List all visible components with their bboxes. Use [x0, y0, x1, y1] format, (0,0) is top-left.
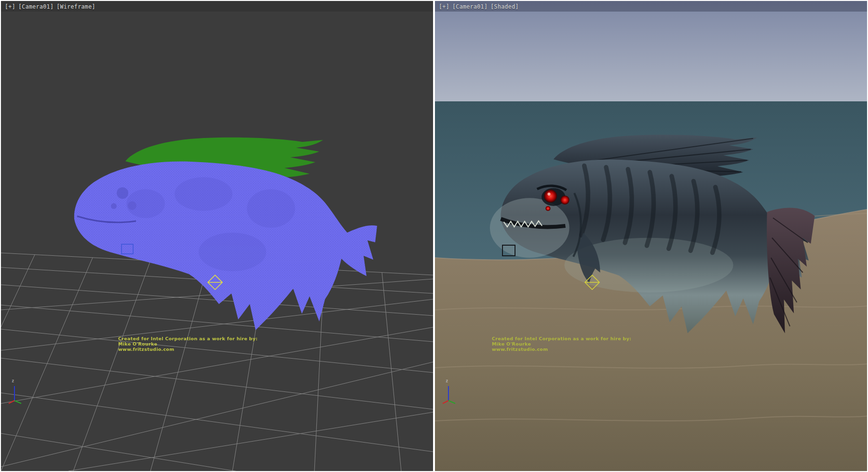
axis-z-label: z: [12, 378, 14, 383]
eye-highlight: [547, 193, 550, 195]
viewport-label: [+] [Camera01] [Wireframe]: [5, 3, 95, 10]
watermark-line-3: www.fritzstudio.com: [492, 347, 631, 352]
axis-z-label: z: [446, 378, 448, 383]
watermark-line-2: Mike O'Rourke: [492, 341, 631, 347]
watermark-line-2: Mike O'Rourke: [118, 341, 258, 347]
watermark-line-1: Created for Intel Corporation as a work …: [492, 336, 631, 341]
watermark-line-1: Created for Intel Corporation as a work …: [118, 336, 258, 341]
shaded-scene[interactable]: [435, 1, 867, 471]
fish-eye-medium: [560, 195, 570, 205]
dual-viewport-stage: [+] [Camera01] [Wireframe]: [0, 0, 868, 472]
viewport-label: [+] [Camera01] [Shaded]: [439, 3, 519, 10]
wireframe-scene[interactable]: [1, 1, 433, 471]
viewport-camera-menu[interactable]: [Camera01]: [18, 3, 54, 10]
viewport-plus-menu[interactable]: [+]: [439, 3, 449, 10]
sky: [435, 1, 867, 101]
watermark-line-3: www.fritzstudio.com: [118, 347, 258, 352]
world-axis-tripod-icon: [441, 381, 460, 404]
watermark-text: Created for Intel Corporation as a work …: [118, 336, 258, 352]
fish-eye-small: [545, 206, 550, 211]
viewport-wireframe[interactable]: [+] [Camera01] [Wireframe]: [1, 1, 433, 471]
viewport-shaded[interactable]: [+] [Camera01] [Shaded]: [435, 1, 867, 471]
world-axis-tripod-icon: [7, 381, 26, 404]
fish-eye-large: [544, 190, 557, 203]
viewport-camera-menu[interactable]: [Camera01]: [452, 3, 488, 10]
viewport-plus-menu[interactable]: [+]: [5, 3, 15, 10]
viewport-shading-menu[interactable]: [Shaded]: [490, 3, 519, 10]
viewport-shading-menu[interactable]: [Wireframe]: [56, 3, 95, 10]
watermark-text: Created for Intel Corporation as a work …: [492, 336, 631, 352]
